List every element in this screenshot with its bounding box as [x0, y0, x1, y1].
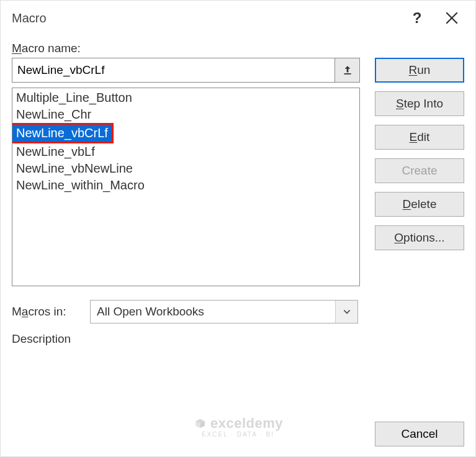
- macros-in-label: Macros in:: [12, 305, 84, 319]
- svg-rect-2: [344, 73, 351, 75]
- list-item[interactable]: Multiple_Line_Button: [12, 89, 359, 106]
- run-button[interactable]: Run: [375, 58, 464, 83]
- macro-record-button[interactable]: [335, 58, 360, 83]
- list-item[interactable]: NewLine_within_Macro: [12, 177, 359, 194]
- logo-icon: [193, 417, 207, 430]
- title-bar: Macro ?: [1, 1, 475, 35]
- list-item[interactable]: NewLine_vbLf: [12, 143, 359, 160]
- chevron-down-icon: [343, 307, 351, 316]
- options-button[interactable]: Options...: [375, 225, 464, 250]
- macro-list[interactable]: Multiple_Line_Button NewLine_Chr NewLine…: [12, 88, 360, 286]
- step-into-button[interactable]: Step Into: [375, 91, 464, 116]
- dialog-title: Macro: [12, 11, 400, 25]
- list-item[interactable]: NewLine_vbNewLine: [12, 160, 359, 177]
- macro-name-input[interactable]: [12, 58, 335, 83]
- watermark: exceldemy EXCEL · DATA · BI: [193, 416, 283, 438]
- cancel-button[interactable]: Cancel: [375, 422, 464, 446]
- upload-icon: [342, 65, 353, 76]
- close-button[interactable]: [434, 1, 469, 35]
- macros-in-combobox[interactable]: All Open Workbooks: [90, 300, 358, 324]
- description-label: Description: [12, 332, 464, 346]
- macro-name-label: Macro name:: [12, 42, 464, 55]
- edit-button[interactable]: Edit: [375, 125, 464, 150]
- list-item[interactable]: NewLine_Chr: [12, 106, 359, 123]
- close-icon: [446, 12, 458, 24]
- create-button: Create: [375, 158, 464, 183]
- combo-dropdown-button[interactable]: [335, 301, 357, 323]
- macros-in-value: All Open Workbooks: [91, 305, 335, 319]
- help-button[interactable]: ?: [400, 1, 434, 35]
- selected-highlight: NewLine_vbCrLf: [12, 123, 114, 143]
- delete-button[interactable]: Delete: [375, 192, 464, 217]
- list-item-selected[interactable]: NewLine_vbCrLf: [12, 125, 112, 142]
